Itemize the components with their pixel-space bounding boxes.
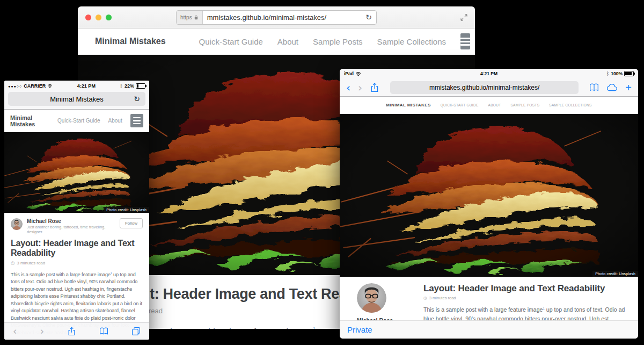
- wifi-icon: [356, 72, 361, 76]
- device-label: iPad: [344, 71, 354, 76]
- ipad-safari-toolbar: ‹ › mmistakes.github.io/minimal-mistakes…: [340, 78, 638, 97]
- battery-percent: 22%: [125, 83, 134, 89]
- new-tab-icon[interactable]: +: [625, 82, 632, 93]
- photo-credit-label: Photo credit: Unsplash: [592, 271, 638, 277]
- close-window-button[interactable]: [85, 15, 91, 20]
- follow-button[interactable]: Follow: [120, 218, 143, 228]
- author-name: Michael Rose: [27, 218, 115, 224]
- private-label[interactable]: Private: [347, 325, 372, 334]
- feature-image-iphone: Photo credit: Unsplash: [4, 132, 149, 213]
- battery-icon: [136, 83, 145, 89]
- https-label: https: [180, 15, 192, 20]
- url-text: mmistakes.github.io/minimal-mistakes/: [203, 13, 362, 21]
- feature-image-ipad: Photo credit: Unsplash: [340, 114, 638, 277]
- share-icon[interactable]: [370, 83, 379, 92]
- iphone-url-row: Minimal Mistakes ↻: [4, 91, 149, 110]
- menu-toggle-button[interactable]: [130, 114, 143, 127]
- nav-link-quick-start[interactable]: Quick-Start Guide: [441, 103, 479, 107]
- clock-icon: ◷: [423, 296, 427, 300]
- wifi-icon: [48, 85, 52, 88]
- site-title-link[interactable]: Minimal Mistakes: [95, 37, 166, 46]
- share-icon[interactable]: [67, 327, 76, 336]
- bookmarks-icon[interactable]: [99, 327, 108, 336]
- bookmarks-icon[interactable]: [589, 83, 599, 92]
- clock-icon: ◷: [11, 261, 14, 265]
- lock-icon: [194, 15, 197, 19]
- site-title-link[interactable]: Minimal Mistakes: [10, 114, 57, 127]
- site-masthead-desktop: Minimal Mistakes Quick-Start Guide About…: [78, 28, 475, 55]
- status-time: 4:21 PM: [77, 83, 96, 89]
- iphone-address-bar[interactable]: Minimal Mistakes ↻: [8, 92, 145, 106]
- site-masthead-ipad: Minimal Mistakes Quick-Start Guide About…: [340, 97, 638, 114]
- read-time: ◷ 3 minutes read: [423, 296, 628, 300]
- nav-link-sample-posts[interactable]: Sample Posts: [510, 103, 539, 107]
- icloud-tabs-icon[interactable]: [606, 83, 618, 91]
- post-title: Layout: Header Image and Text Readabilit…: [4, 238, 149, 258]
- ipad-safari-window: 4:21 PM iPad ᛒ 100% ‹ › mmistakes.github…: [340, 69, 638, 339]
- leaves-photo: [340, 114, 638, 277]
- signal-strength-icon: ●●●○○: [8, 84, 22, 88]
- ipad-status-bar: 4:21 PM iPad ᛒ 100%: [340, 69, 638, 78]
- iphone-status-bar: ●●●○○ CARRIER 4:21 PM ᛒ 22%: [4, 81, 149, 91]
- url-title-text: Minimal Mistakes: [50, 95, 104, 103]
- nav-link-sample-collections[interactable]: Sample Collections: [549, 103, 591, 107]
- bluetooth-icon: ᛒ: [120, 83, 123, 89]
- address-bar[interactable]: https mmistakes.github.io/minimal-mistak…: [176, 10, 377, 25]
- ipad-address-bar[interactable]: mmistakes.github.io/minimal-mistakes/: [390, 81, 579, 94]
- read-time: ◷ 3 minutes read: [4, 258, 149, 265]
- nav-link-about[interactable]: About: [108, 118, 122, 124]
- status-time: 4:21 PM: [340, 71, 638, 76]
- window-controls: [85, 15, 112, 20]
- read-time-label: 3 minutes read: [429, 296, 456, 300]
- post-title: Layout: Header Image and Text Readabilit…: [423, 283, 628, 294]
- nav-link-about[interactable]: About: [488, 103, 501, 107]
- avatar: [357, 283, 386, 313]
- iphone-bottom-toolbar: ‹ ›: [4, 322, 149, 340]
- nav-link-quick-start[interactable]: Quick-Start Guide: [57, 118, 100, 124]
- desktop-browser-chrome: https mmistakes.github.io/minimal-mistak…: [78, 6, 475, 28]
- forward-button[interactable]: ›: [40, 326, 45, 336]
- author-row: Michael Rose Just another boring, tattoo…: [4, 213, 149, 238]
- iphone-safari-window: ●●●○○ CARRIER 4:21 PM ᛒ 22% Minimal Mist…: [4, 81, 149, 340]
- battery-percent: 100%: [611, 71, 623, 76]
- back-button[interactable]: ‹: [13, 326, 17, 336]
- bluetooth-icon: ᛒ: [606, 71, 609, 76]
- read-time-label: 3 minutes read: [17, 261, 45, 265]
- nav-link-sample-collections[interactable]: Sample Collections: [377, 37, 446, 46]
- author-bio: Just another boring, tattooed, time trav…: [27, 225, 115, 234]
- nav-link-quick-start[interactable]: Quick-Start Guide: [199, 37, 263, 46]
- carrier-label: CARRIER: [24, 83, 46, 89]
- reload-icon[interactable]: ↻: [129, 95, 144, 103]
- minimize-window-button[interactable]: [96, 15, 101, 20]
- battery-icon: [624, 71, 634, 76]
- zoom-window-button[interactable]: [106, 15, 112, 20]
- nav-link-about[interactable]: About: [277, 37, 298, 46]
- photo-credit-label: Photo credit: Unsplash: [104, 207, 149, 213]
- site-title-link[interactable]: Minimal Mistakes: [386, 103, 430, 107]
- site-masthead-iphone: Minimal Mistakes Quick-Start Guide About: [4, 110, 149, 132]
- fullscreen-icon[interactable]: [460, 12, 467, 22]
- reload-icon[interactable]: ↻: [361, 13, 376, 21]
- nav-link-sample-posts[interactable]: Sample Posts: [313, 37, 363, 46]
- https-badge: https: [177, 11, 203, 24]
- back-button[interactable]: ‹: [346, 81, 350, 94]
- tabs-icon[interactable]: [131, 327, 141, 336]
- avatar: [11, 218, 23, 230]
- forward-button[interactable]: ›: [358, 81, 362, 94]
- menu-toggle-button[interactable]: [460, 33, 470, 49]
- private-browsing-bar: Private: [340, 320, 638, 339]
- leaves-photo: [4, 132, 149, 213]
